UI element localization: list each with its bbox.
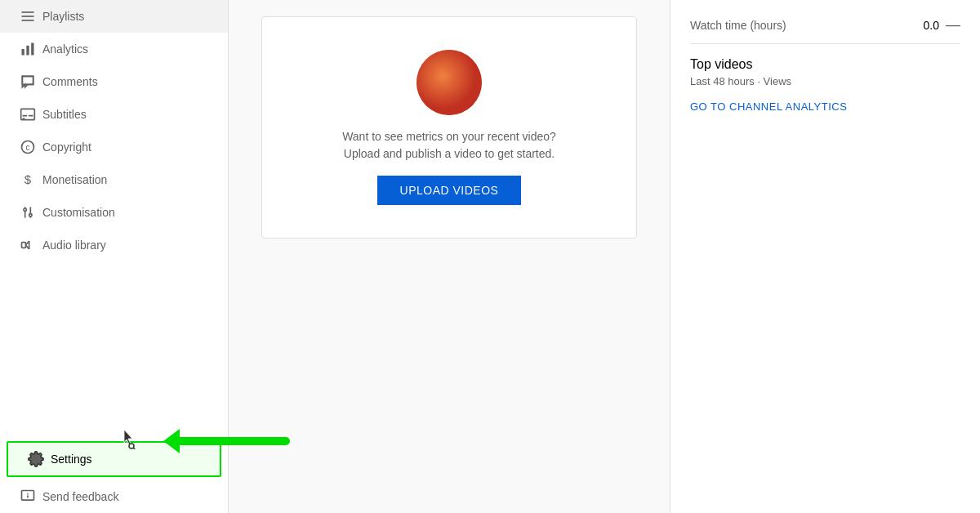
channel-analytics-link[interactable]: GO TO CHANNEL ANALYTICS bbox=[690, 100, 960, 113]
copyright-icon: c bbox=[13, 139, 42, 155]
upload-card: Want to see metrics on your recent video… bbox=[261, 16, 637, 239]
comment-icon bbox=[13, 74, 42, 90]
menu-icon bbox=[13, 8, 42, 25]
sidebar-item-label: Send feedback bbox=[42, 490, 215, 503]
sidebar-item-send-feedback[interactable]: Send feedback bbox=[0, 480, 228, 513]
center-panel: Want to see metrics on your recent video… bbox=[229, 0, 670, 513]
sidebar-item-monetisation[interactable]: $ Monetisation bbox=[0, 163, 228, 196]
svg-rect-5 bbox=[31, 43, 33, 56]
top-videos-subtitle: Last 48 hours · Views bbox=[690, 75, 960, 87]
sidebar-item-label: Subtitles bbox=[42, 108, 215, 121]
sidebar-item-analytics[interactable]: Analytics bbox=[0, 33, 228, 65]
svg-point-32 bbox=[416, 50, 482, 115]
gear-icon bbox=[21, 451, 51, 467]
watch-time-label: Watch time (hours) bbox=[690, 19, 786, 32]
sidebar-item-label: Audio library bbox=[42, 239, 215, 252]
dollar-icon: $ bbox=[13, 172, 42, 188]
svg-rect-0 bbox=[22, 11, 34, 13]
svg-point-25 bbox=[27, 493, 29, 495]
bar-chart-icon bbox=[13, 41, 42, 57]
sidebar-item-settings[interactable]: Settings bbox=[7, 441, 221, 477]
sidebar-item-label: Customisation bbox=[42, 206, 215, 219]
feedback-icon bbox=[13, 488, 42, 505]
subtitles-icon bbox=[13, 106, 42, 123]
svg-rect-2 bbox=[22, 20, 34, 21]
svg-rect-7 bbox=[22, 115, 27, 117]
svg-rect-26 bbox=[27, 495, 29, 497]
sidebar-item-label: Playlists bbox=[42, 10, 215, 23]
upload-videos-button[interactable]: UPLOAD VIDEOS bbox=[377, 176, 522, 205]
audio-icon bbox=[13, 237, 42, 253]
main-content: Want to see metrics on your recent video… bbox=[229, 0, 980, 513]
sidebar-item-comments[interactable]: Comments bbox=[0, 65, 228, 98]
sidebar-item-audio-library[interactable]: Audio library bbox=[0, 229, 228, 261]
svg-point-13 bbox=[24, 208, 26, 211]
watch-time-minus[interactable]: — bbox=[946, 16, 960, 33]
upload-description: Want to see metrics on your recent video… bbox=[342, 128, 556, 163]
sidebar-item-label: Analytics bbox=[42, 42, 215, 56]
sidebar-item-playlists[interactable]: Playlists bbox=[0, 0, 228, 33]
sidebar-item-copyright[interactable]: c Copyright bbox=[0, 131, 228, 163]
svg-rect-1 bbox=[22, 16, 34, 17]
sidebar-item-customisation[interactable]: Customisation bbox=[0, 196, 228, 229]
watch-time-value: 0.0 — bbox=[924, 16, 960, 33]
avatar bbox=[416, 50, 482, 115]
customise-icon bbox=[13, 204, 42, 221]
svg-text:$: $ bbox=[24, 172, 32, 186]
sidebar-item-label: Comments bbox=[42, 75, 215, 88]
svg-rect-4 bbox=[26, 46, 29, 56]
svg-point-16 bbox=[29, 214, 32, 216]
svg-text:c: c bbox=[26, 143, 30, 152]
sidebar-item-label: Settings bbox=[51, 453, 207, 466]
right-panel: Watch time (hours) 0.0 — Top videos Last… bbox=[670, 0, 980, 513]
svg-rect-8 bbox=[29, 115, 33, 117]
sidebar-item-label: Monetisation bbox=[42, 173, 215, 186]
top-videos-section: Top videos Last 48 hours · Views bbox=[690, 57, 960, 87]
sidebar: Playlists Analytics Comments Subtitles c… bbox=[0, 0, 229, 513]
top-videos-title: Top videos bbox=[690, 57, 960, 72]
svg-rect-9 bbox=[22, 118, 24, 119]
watch-time-row: Watch time (hours) 0.0 — bbox=[690, 16, 960, 44]
svg-rect-19 bbox=[22, 243, 26, 248]
sidebar-item-subtitles[interactable]: Subtitles bbox=[0, 98, 228, 131]
svg-rect-3 bbox=[22, 49, 24, 56]
sidebar-item-label: Copyright bbox=[42, 141, 215, 154]
